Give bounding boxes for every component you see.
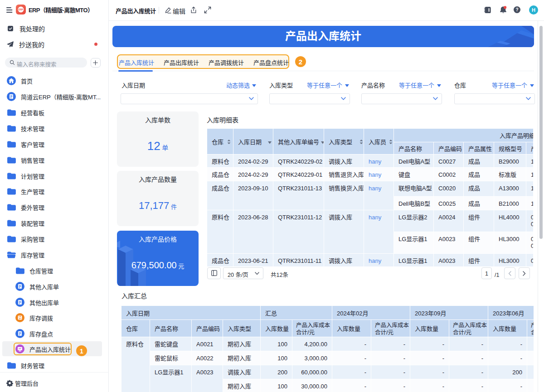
svg-text:ERP: ERP: [19, 9, 24, 11]
